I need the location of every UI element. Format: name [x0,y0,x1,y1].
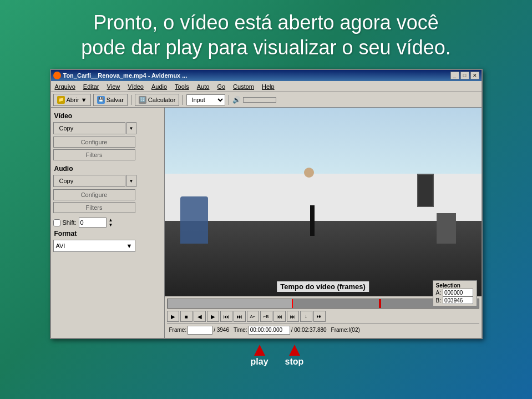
toolbar: 📁 Abrir ▼ 💾 Salvar 🔢 Calculator Input 🔊 [51,92,482,108]
person-head [304,168,314,178]
format-section: Format AVI ▼ [53,230,162,252]
video-configure-button[interactable]: Configure [53,137,135,148]
left-person [180,196,208,244]
video-copy-button[interactable]: Copy [53,122,125,134]
menu-view[interactable]: View [105,83,122,90]
set-a-button[interactable]: A⌐ [247,311,259,322]
video-copy-dropdown[interactable]: ▼ [126,122,136,134]
person-body [310,205,315,236]
shift-spinner[interactable]: ▲▼ [109,218,113,228]
total-frames: / 3946 [214,327,229,333]
menu-help[interactable]: Help [260,83,276,90]
menu-go[interactable]: Go [215,83,227,90]
right-equipment [437,213,456,244]
selection-b-label: B: [436,297,441,304]
timeline-progress [168,299,292,308]
menu-bar: Arquivo Editar View Vídeo Audio Tools Au… [51,81,482,92]
selection-a-input[interactable] [443,289,473,296]
frame-input[interactable] [188,326,212,335]
audio-copy-button[interactable]: Copy [53,175,125,187]
menu-tools[interactable]: Tools [173,83,191,90]
ubuntu-icon [53,72,61,79]
menu-arquivo[interactable]: Arquivo [53,83,77,90]
close-button[interactable]: ✕ [470,72,479,79]
shift-checkbox[interactable] [53,219,60,226]
input-select[interactable]: Input [186,94,225,105]
stop-button[interactable]: ■ [180,311,192,322]
framenum-field: Frame:I(02) [331,327,360,333]
menu-audio[interactable]: Audio [150,83,169,90]
menu-auto[interactable]: Auto [195,83,211,90]
play-annotation: play [251,345,268,367]
main-title-line2: pode dar play para visualizar o seu víde… [81,36,450,59]
window-title: Ton_Carfi__Renova_me.mp4 - Avidemux ... [63,72,188,79]
next-frame-button[interactable]: ▶ [207,311,219,322]
time-label: Time: [234,327,247,333]
toolbar-separator2 [183,95,183,105]
avidemux-window: Ton_Carfi__Renova_me.mp4 - Avidemux ... … [50,69,483,339]
goto-next-button[interactable]: ⏭ [313,311,326,322]
salvar-button[interactable]: 💾 Salvar [93,94,128,106]
door [417,174,434,207]
maximize-button[interactable]: □ [460,72,469,79]
video-panel: Tempo do vídeo (frames) ▶ ■ ◀ ▶ ⏮ [165,108,482,338]
sky-bg [165,108,482,179]
selection-a-row: A: [436,289,474,296]
title-bar-buttons: _ □ ✕ [450,72,479,79]
bottom-annotations: play stop [229,345,304,367]
shift-input[interactable] [79,218,107,228]
audio-filters-button[interactable]: Filters [53,202,135,213]
format-section-label: Format [54,230,162,238]
set-b-button[interactable]: ⌐B [260,311,272,322]
menu-editar[interactable]: Editar [82,83,101,90]
play-arrow [254,345,265,356]
video-copy-row: Copy ▼ [53,122,162,134]
selection-a-label: A: [436,290,441,296]
video-preview: Tempo do vídeo (frames) [165,108,482,296]
selection-label: Selection [436,282,474,289]
goto-end-button[interactable]: ⏭ [287,311,299,322]
timeline-cursor [292,299,293,308]
minimize-button[interactable]: _ [450,72,459,79]
frame-label: Frame: [169,327,187,333]
transport-area: ▶ ■ ◀ ▶ ⏮ ⏭ A⌐ ⌐B ⏮ ⏭ ↓ ⏭ Selection [165,296,482,338]
audio-copy-dropdown[interactable]: ▼ [126,175,136,187]
time-input[interactable] [249,326,290,335]
folder-icon: 📁 [57,96,65,104]
main-title-line1: Pronto, o vídeo está aberto agora você [93,11,438,34]
prev-keyframe-button[interactable]: ⏮ [220,311,232,322]
video-section-label: Vídeo [54,112,162,120]
time-field: Time: / 00:02:37.880 [234,326,327,335]
calc-icon: 🔢 [139,96,146,104]
stage-background [165,108,482,296]
stop-annotation: stop [285,345,304,367]
shift-row: Shift: ▲▼ [53,218,162,228]
volume-icon: 🔊 [232,96,241,104]
prev-frame-button[interactable]: ◀ [194,311,206,322]
save-icon: 💾 [97,96,105,104]
menu-custom[interactable]: Custom [231,83,256,90]
toolbar-separator [131,95,131,105]
stop-label: stop [285,357,304,367]
goto-start-button[interactable]: ⏮ [273,311,286,322]
format-select[interactable]: AVI ▼ [53,240,135,252]
volume-slider[interactable] [243,97,276,103]
play-button[interactable]: ▶ [167,311,179,322]
info-bar: Frame: / 3946 Time: / 00:02:37.880 Frame… [167,324,479,336]
menu-video[interactable]: Vídeo [126,83,145,90]
total-time: / 00:02:37.880 [291,327,327,333]
play-label: play [251,357,268,367]
goto-prev-button[interactable]: ↓ [300,311,312,322]
transport-buttons: ▶ ■ ◀ ▶ ⏮ ⏭ A⌐ ⌐B ⏮ ⏭ ↓ ⏭ Selection [167,311,479,322]
calculator-button[interactable]: 🔢 Calculator [135,94,180,106]
tempo-label: Tempo do vídeo (frames) [277,281,369,292]
video-filters-button[interactable]: Filters [53,149,135,160]
audio-copy-row: Copy ▼ [53,175,162,187]
audio-configure-button[interactable]: Configure [53,189,135,200]
next-keyframe-button[interactable]: ⏭ [234,311,246,322]
title-bar-left: Ton_Carfi__Renova_me.mp4 - Avidemux ... [53,72,188,79]
selection-b-row: B: [436,296,474,304]
left-panel: Vídeo Copy ▼ Configure Filters Audio Cop… [51,108,165,338]
abrir-button[interactable]: 📁 Abrir ▼ [53,94,91,106]
selection-b-input[interactable] [443,296,473,304]
